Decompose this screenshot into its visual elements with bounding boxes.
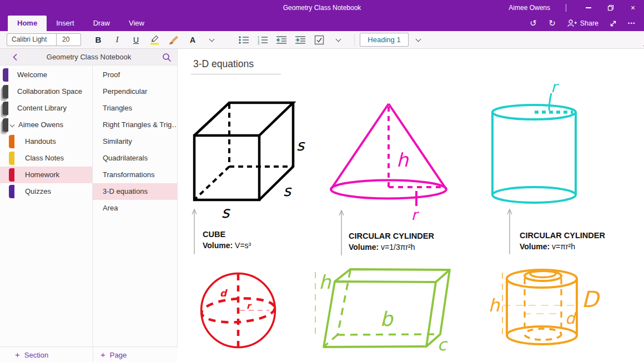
todo-tag-button[interactable] <box>310 33 329 47</box>
tube-outer-diameter-label: D <box>582 286 601 312</box>
add-page-button[interactable]: +Page <box>100 347 127 362</box>
search-button[interactable] <box>162 53 172 64</box>
page-canvas[interactable]: 3-D equations s s s <box>178 49 644 362</box>
parallelepiped-figure[interactable]: h b c <box>315 269 450 354</box>
font-name-input[interactable]: Calibri Light <box>7 34 56 46</box>
bold-button[interactable]: B <box>89 33 108 47</box>
section-label: Aimee Owens <box>18 120 63 129</box>
sphere-figure[interactable]: d r <box>201 274 276 348</box>
toolbar-separator <box>354 34 355 46</box>
section-item-collaboration-space[interactable]: Collaboration Space <box>0 83 92 100</box>
share-label: Share <box>580 19 598 27</box>
fullscreen-icon[interactable] <box>605 17 621 30</box>
page-item-3d-equations[interactable]: 3-D equations <box>93 183 177 200</box>
section-item-quizzes[interactable]: Quizzes <box>0 183 92 200</box>
section-label: Welcome <box>17 71 47 79</box>
format-painter-button[interactable] <box>164 33 183 47</box>
cube-formula: V=s³ <box>235 241 251 250</box>
decrease-indent-button[interactable] <box>272 33 291 47</box>
search-icon <box>162 53 172 62</box>
section-group-aimee-owens[interactable]: Aimee Owens <box>0 117 92 133</box>
cone-caption[interactable]: CIRCULAR CYLINDER Volume: v=1/3πr²h <box>349 230 434 253</box>
section-tab-icon <box>9 168 14 182</box>
bottom-bar-divider <box>93 347 93 362</box>
box-base-label: b <box>380 308 394 330</box>
section-item-handouts[interactable]: Handouts <box>0 133 92 150</box>
shapes-drawing-canvas: s s s h r <box>178 49 644 362</box>
numbered-list-button[interactable]: 123 <box>253 33 272 47</box>
section-label: Content Library <box>17 104 67 112</box>
tab-draw[interactable]: Draw <box>84 16 119 31</box>
section-label: Quizzes <box>25 187 51 195</box>
account-user-name[interactable]: Aimee Owens <box>509 4 550 12</box>
cylinder-caption[interactable]: CIRCULAR CYLINDER Volume: v=πr²h <box>520 230 605 252</box>
decrease-indent-icon <box>276 36 287 44</box>
tab-home[interactable]: Home <box>8 16 47 31</box>
page-item-right-triangles-trig[interactable]: Right Triangles & Trig… <box>93 117 177 133</box>
sidebar-bottom-bar: +Section +Page <box>0 346 178 362</box>
font-size-input[interactable]: 20 <box>56 34 80 46</box>
increase-indent-button[interactable] <box>291 33 310 47</box>
cube-side-label: s <box>296 137 305 154</box>
page-item-quadrilaterals[interactable]: Quadrilaterals <box>93 150 177 167</box>
section-label: Handouts <box>25 137 56 145</box>
formatting-toolbar: Calibri Light 20 B I U A <box>0 31 644 49</box>
notebook-title[interactable]: Geometry Class Notebook <box>0 49 178 66</box>
page-item-proof[interactable]: Proof <box>93 67 177 83</box>
tab-insert[interactable]: Insert <box>47 16 84 31</box>
section-item-welcome[interactable]: Welcome <box>0 67 92 83</box>
ribbon: Home Insert Draw View ↺ ↻ Share ••• <box>0 16 644 31</box>
section-tab-icon <box>9 185 14 198</box>
section-item-content-library[interactable]: Content Library <box>0 100 92 117</box>
page-item-perpendicular[interactable]: Perpendicular <box>93 83 177 100</box>
page-item-area[interactable]: Area <box>93 200 177 217</box>
section-tab-icon <box>9 135 14 148</box>
undo-icon[interactable]: ↺ <box>526 17 541 30</box>
notebook-nav-header: Geometry Class Notebook <box>0 49 178 66</box>
underline-button[interactable]: U <box>127 33 145 47</box>
section-item-homework[interactable]: Homework <box>0 167 92 183</box>
cube-side-label: s <box>283 182 292 199</box>
cylinder-radius-label: r <box>551 78 559 95</box>
expand-chevron-icon[interactable] <box>10 123 14 127</box>
numbered-list-icon: 123 <box>257 36 268 44</box>
font-options-chevron-icon[interactable] <box>202 33 221 47</box>
cone-height-label: h <box>396 149 409 171</box>
add-person-icon <box>567 19 577 28</box>
section-item-class-notes[interactable]: Class Notes <box>0 150 92 167</box>
page-item-similarity[interactable]: Similarity <box>93 133 177 150</box>
highlighter-icon <box>149 34 160 45</box>
todo-checkbox-icon <box>314 35 324 45</box>
redo-icon[interactable]: ↻ <box>545 17 560 30</box>
share-button[interactable]: Share <box>564 19 602 28</box>
page-item-transformations[interactable]: Transformations <box>93 167 177 183</box>
tags-chevron-icon[interactable] <box>329 33 348 47</box>
font-color-button[interactable]: A <box>183 33 202 47</box>
cube-side-label: s <box>222 203 231 222</box>
cube-caption[interactable]: CUBE Volume: V=s³ <box>203 229 251 251</box>
tube-height-label: h <box>489 295 501 316</box>
close-button[interactable]: × <box>622 0 644 16</box>
more-options-icon[interactable]: ••• <box>624 17 640 30</box>
italic-button[interactable]: I <box>108 33 127 47</box>
tube-figure[interactable]: h D d <box>489 270 601 344</box>
cone-figure[interactable]: h r <box>331 104 446 223</box>
cube-figure[interactable]: s s s <box>194 103 305 222</box>
bullet-list-button[interactable] <box>234 33 253 47</box>
cone-radius-label: r <box>411 207 420 223</box>
tab-view[interactable]: View <box>119 16 154 31</box>
section-tab-icon <box>3 118 8 132</box>
style-selector[interactable]: Heading 1 <box>360 33 409 47</box>
section-label: Collaboration Space <box>17 87 82 95</box>
pages-list: Proof Perpendicular Triangles Right Tria… <box>93 66 178 346</box>
volume-label: Volume: <box>520 242 550 251</box>
minimize-button[interactable] <box>577 0 600 16</box>
cylinder-figure[interactable]: r <box>492 78 576 203</box>
highlighter-button[interactable] <box>145 33 164 47</box>
restore-button[interactable] <box>600 0 622 16</box>
box-depth-label: c <box>437 335 448 354</box>
section-tab-icon <box>3 85 8 98</box>
add-section-button[interactable]: +Section <box>15 347 48 362</box>
styles-chevron-icon[interactable] <box>409 33 427 47</box>
page-item-triangles[interactable]: Triangles <box>93 100 177 117</box>
